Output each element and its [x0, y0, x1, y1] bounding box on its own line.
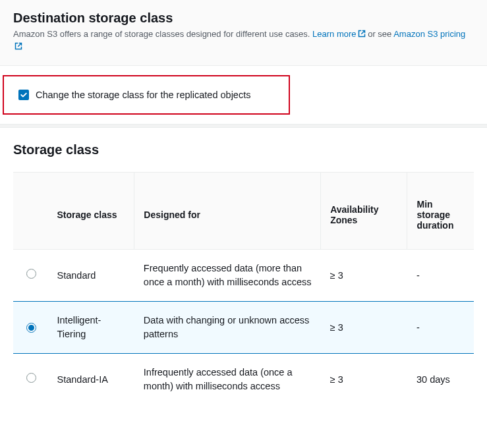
cell-duration: - — [407, 250, 474, 302]
destination-desc: Amazon S3 offers a range of storage clas… — [13, 28, 474, 53]
or-see-text: or see — [366, 29, 394, 39]
change-storage-label: Change the storage class for the replica… — [36, 90, 250, 100]
table-row[interactable]: Intelligent-TieringData with changing or… — [13, 302, 474, 354]
col-header-duration: Min storage duration — [407, 173, 474, 250]
storage-class-section: Storage class Storage class Designed for… — [0, 128, 487, 405]
col-header-radio — [13, 173, 48, 250]
table-row[interactable]: Standard-IAInfrequently accessed data (o… — [13, 354, 474, 406]
storage-class-title: Storage class — [13, 142, 474, 157]
change-storage-checkbox-row[interactable]: Change the storage class for the replica… — [4, 76, 289, 113]
col-header-designed: Designed for — [134, 173, 321, 250]
col-header-class: Storage class — [48, 173, 134, 250]
cell-duration: - — [407, 302, 474, 354]
storage-class-table-wrap: Storage class Designed for Availability … — [13, 172, 474, 405]
destination-header: Destination storage class Amazon S3 offe… — [0, 0, 487, 66]
cell-duration: 30 days — [407, 354, 474, 406]
radio-cell[interactable] — [13, 250, 48, 302]
external-link-icon — [14, 42, 22, 53]
check-icon — [20, 91, 28, 99]
cell-az: ≥ 3 — [321, 354, 407, 406]
desc-text: Amazon S3 offers a range of storage clas… — [13, 29, 312, 39]
storage-class-table: Storage class Designed for Availability … — [13, 173, 474, 405]
radio-cell[interactable] — [13, 302, 48, 354]
cell-az: ≥ 3 — [321, 302, 407, 354]
cell-name: Standard-IA — [48, 354, 134, 406]
destination-title: Destination storage class — [13, 11, 474, 26]
cell-designed: Data with changing or unknown access pat… — [134, 302, 321, 354]
change-storage-checkbox[interactable] — [18, 90, 29, 100]
cell-name: Standard — [48, 250, 134, 302]
cell-az: ≥ 3 — [321, 250, 407, 302]
storage-class-radio[interactable] — [26, 269, 36, 279]
cell-designed: Frequently accessed data (more than once… — [134, 250, 321, 302]
radio-cell[interactable] — [13, 354, 48, 406]
storage-class-radio[interactable] — [26, 323, 36, 333]
cell-name: Intelligent-Tiering — [48, 302, 134, 354]
external-link-icon — [358, 29, 366, 41]
storage-class-radio[interactable] — [26, 373, 36, 383]
cell-designed: Infrequently accessed data (once a month… — [134, 354, 321, 406]
table-row[interactable]: StandardFrequently accessed data (more t… — [13, 250, 474, 302]
learn-more-link[interactable]: Learn more — [312, 29, 365, 39]
table-header-row: Storage class Designed for Availability … — [13, 173, 474, 250]
highlight-box: Change the storage class for the replica… — [3, 75, 290, 115]
col-header-az: Availability Zones — [321, 173, 407, 250]
